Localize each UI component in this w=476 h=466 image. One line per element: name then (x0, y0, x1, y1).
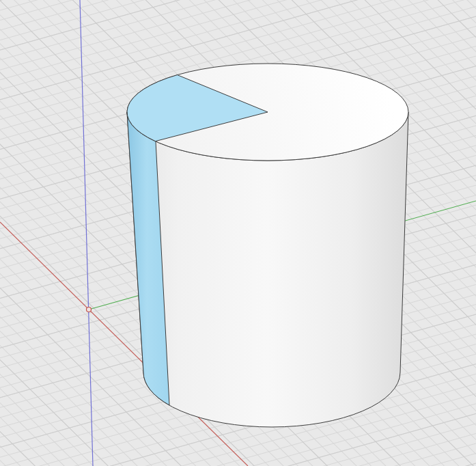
cad-viewport[interactable] (0, 0, 476, 466)
cylinder-model (127, 64, 408, 427)
origin-marker[interactable] (87, 307, 92, 312)
scene-svg (0, 0, 476, 466)
